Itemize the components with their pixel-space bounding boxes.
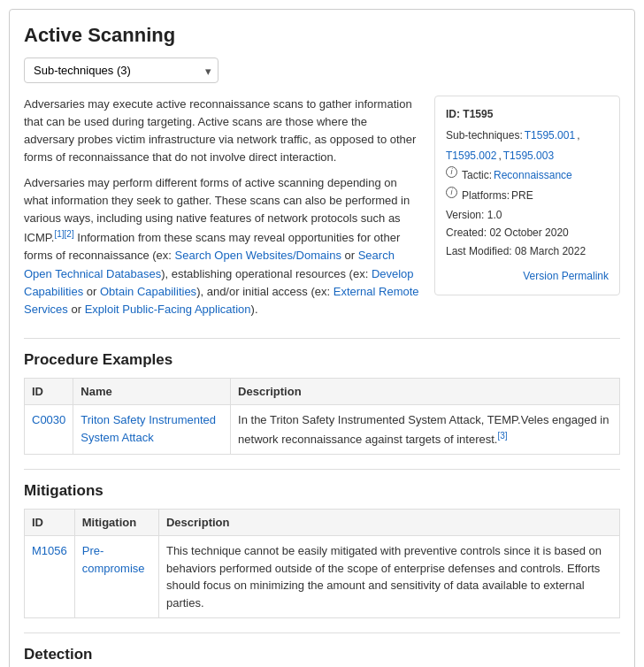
mitigations-col-description: Description <box>158 510 619 536</box>
sub-techniques-select-wrapper[interactable]: Sub-techniques (3) <box>24 58 218 83</box>
desc-mid5: ), and/or initial access (ex: <box>196 285 334 298</box>
divider-3 <box>24 632 620 633</box>
proc-name-cell: Triton Safety Instrumented System Attack <box>73 405 231 455</box>
link-search-open-websites[interactable]: Search Open Websites/Domains <box>175 249 341 262</box>
top-section: Adversaries may execute active reconnais… <box>24 96 620 326</box>
info-version-row: Version: 1.0 <box>446 206 609 224</box>
procedure-col-name: Name <box>73 379 231 405</box>
procedure-examples-header-row: ID Name Description <box>25 379 620 405</box>
desc-mid6: or <box>68 303 85 316</box>
mitigations-col-mitigation: Mitigation <box>74 510 158 536</box>
table-row: C0030 Triton Safety Instrumented System … <box>25 405 620 455</box>
link-exploit-public-facing[interactable]: Exploit Public-Facing Application <box>85 303 251 316</box>
desc-mid4: or <box>83 285 100 298</box>
proc-id-link[interactable]: C0030 <box>32 413 65 426</box>
info-tactic-row: i Tactic: Reconnaissance <box>446 166 609 184</box>
detection-section: Detection ID Data Source Data Component … <box>24 646 620 667</box>
mitigations-table: ID Mitigation Description M1056 Pre-comp… <box>24 509 620 618</box>
info-box: ID: T1595 Sub-techniques: T1595.001, T15… <box>434 96 620 295</box>
proc-name-link[interactable]: Triton Safety Instrumented System Attack <box>80 413 216 444</box>
procedure-examples-section: Procedure Examples ID Name Description C… <box>24 351 620 455</box>
description-para2: Adversaries may perform different forms … <box>24 174 420 318</box>
mit-desc-cell: This technique cannot be easily mitigate… <box>158 536 619 618</box>
desc-refs: [1][2] <box>54 229 73 239</box>
mit-id-link[interactable]: M1056 <box>32 544 67 557</box>
desc-mid3: ), establishing operational resources (e… <box>161 267 372 280</box>
mitigations-heading: Mitigations <box>24 482 620 500</box>
info-version-label: Version: <box>446 209 484 221</box>
info-id-label: ID: <box>446 108 460 120</box>
link-obtain-capabilities[interactable]: Obtain Capabilities <box>100 285 196 298</box>
divider-1 <box>24 338 620 339</box>
procedure-col-description: Description <box>231 379 620 405</box>
detection-heading: Detection <box>24 646 620 663</box>
sub-techniques-select[interactable]: Sub-techniques (3) <box>24 58 218 83</box>
mit-name-link[interactable]: Pre-compromise <box>82 544 145 575</box>
info-id-value: T1595 <box>463 108 493 120</box>
mit-id-cell: M1056 <box>25 536 75 618</box>
version-permalink-link[interactable]: Version Permalink <box>523 270 609 282</box>
version-permalink[interactable]: Version Permalink <box>446 267 609 285</box>
info-modified-label: Last Modified: <box>446 245 512 257</box>
info-icon-platforms: i <box>446 187 457 198</box>
proc-desc-cell: In the Triton Safety Instrumented System… <box>231 405 620 455</box>
procedure-examples-heading: Procedure Examples <box>24 351 620 369</box>
info-modified-row: Last Modified: 08 March 2022 <box>446 242 609 260</box>
divider-2 <box>24 469 620 470</box>
info-platforms-row: i Platforms: PRE <box>446 187 609 204</box>
mitigations-header-row: ID Mitigation Description <box>25 510 620 536</box>
table-row: M1056 Pre-compromise This technique cann… <box>25 536 620 618</box>
select-row: Sub-techniques (3) <box>24 58 620 83</box>
info-created-label: Created: <box>446 226 487 239</box>
info-created-value: 02 October 2020 <box>489 226 568 239</box>
desc-mid2: or <box>341 249 358 262</box>
info-id-line: ID: T1595 <box>446 105 609 123</box>
proc-id-cell: C0030 <box>25 405 73 455</box>
info-version-value: 1.0 <box>487 209 502 221</box>
info-sub-link-2[interactable]: T1595.002 <box>446 147 496 165</box>
procedure-col-id: ID <box>25 379 73 405</box>
info-tactic-label: Tactic: <box>462 166 492 184</box>
info-sub-label: Sub-techniques: <box>446 126 523 144</box>
main-container: Active Scanning Sub-techniques (3) Adver… <box>9 9 635 667</box>
procedure-examples-table: ID Name Description C0030 Triton Safety … <box>24 378 620 455</box>
desc-end: ). <box>251 303 258 316</box>
info-platforms-value: PRE <box>511 187 533 204</box>
info-sub-link-1[interactable]: T1595.001 <box>525 126 575 144</box>
description-para1: Adversaries may execute active reconnais… <box>24 96 420 167</box>
info-sub-link-3[interactable]: T1595.003 <box>503 147 554 165</box>
page-title: Active Scanning <box>24 24 620 47</box>
info-platforms-label: Platforms: <box>462 187 510 204</box>
info-tactic-value[interactable]: Reconnaissance <box>494 166 572 184</box>
mitigations-col-id: ID <box>25 510 75 536</box>
description-area: Adversaries may execute active reconnais… <box>24 96 420 326</box>
info-sub-row: Sub-techniques: T1595.001, T1595.002, T1… <box>446 126 609 165</box>
info-icon-tactic: i <box>446 166 457 178</box>
proc-ref: [3] <box>497 431 507 441</box>
info-created-row: Created: 02 October 2020 <box>446 224 609 242</box>
mitigations-section: Mitigations ID Mitigation Description M1… <box>24 482 620 618</box>
mit-name-cell: Pre-compromise <box>74 536 158 618</box>
info-modified-value: 08 March 2022 <box>515 245 586 257</box>
